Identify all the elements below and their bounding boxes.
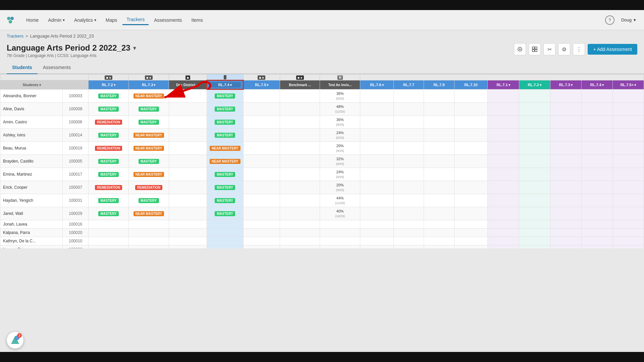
scissors-button[interactable]: ✂ (543, 43, 555, 55)
help-button[interactable]: ? (605, 15, 614, 25)
p-rl74-cell (581, 207, 612, 220)
nav-home[interactable]: Home (22, 15, 43, 25)
nav-items[interactable]: Items (187, 15, 207, 25)
rl73-cell (128, 229, 169, 237)
table-row[interactable]: Jared, Wall 100029 MASTERY NEAR MASTERY … (0, 207, 644, 220)
col-icon-rl74 (207, 74, 243, 80)
student-id-cell: 100029 (63, 207, 89, 220)
rl73-col-header[interactable]: RL.7.3 ▾ (128, 80, 169, 89)
breadcrumb-separator: > (25, 34, 28, 39)
rl76-cell (360, 220, 394, 229)
rl72-col-header[interactable]: RL.7.2 ▾ (89, 80, 129, 89)
student-name-cell: Beau, Murua (0, 142, 63, 155)
p-rl73-cell (550, 229, 581, 237)
share-button[interactable] (514, 43, 526, 55)
p-rl73-cell (550, 89, 581, 103)
table-row[interactable]: Alexandra, Bonner 100003 MASTERY NEAR MA… (0, 89, 644, 103)
table-container[interactable]: ■ ● ■ ● ■ ■ ● (0, 74, 644, 248)
rl77-col-header[interactable]: RL.7.7 (393, 80, 424, 89)
table-row[interactable]: Beau, Murua 100019 REMEDIATION NEAR MAST… (0, 142, 644, 155)
table-row[interactable]: Emina, Martinez 100017 MASTERY NEAR MAST… (0, 168, 644, 181)
rl74-cell: NEAR MASTERY (207, 155, 243, 168)
title-dropdown-icon[interactable]: ▾ (133, 45, 136, 51)
p-rl72-cell (519, 168, 550, 181)
add-assessment-button[interactable]: + Add Assessment (588, 44, 637, 55)
table-row[interactable]: Jonah, Lavea 100016 (0, 220, 644, 229)
bench-col-header[interactable]: Benchmark ... (280, 80, 320, 89)
table-row[interactable]: Ashley, Ivins 100014 MASTERY NEAR MASTER… (0, 129, 644, 142)
testinvis-cell: 24%(6/25) (320, 168, 360, 181)
top-black-bar (0, 0, 644, 10)
student-name-cell: Jonah, Lavea (0, 220, 63, 229)
p-rl74-col-header[interactable]: RL.7.4 ▾ (581, 80, 612, 89)
p-rl73-col-header[interactable]: RL.7.3 ▾ (550, 80, 581, 89)
p-rl71-col-header[interactable]: RL.7.1 ▾ (488, 80, 519, 89)
table-row[interactable]: Erick, Cooper 100007 REMEDIATION REMEDIA… (0, 181, 644, 194)
table-row[interactable]: Haydan, Yengich 100031 MASTERY MASTERY M… (0, 194, 644, 207)
navbar: Home Admin ▾ Analytics ▾ Maps Trackers A… (0, 10, 644, 30)
nav-maps[interactable]: Maps (102, 15, 121, 25)
testinvis-cell: 40%(10/25) (320, 207, 360, 220)
p-rl71-cell (488, 142, 519, 155)
nav-analytics[interactable]: Analytics ▾ (70, 15, 100, 25)
nav-admin[interactable]: Admin ▾ (44, 15, 69, 25)
p-rl72-cell (519, 220, 550, 229)
view-toggle-button[interactable] (529, 43, 541, 55)
p-rl74-cell (581, 155, 612, 168)
p-rl73-cell (550, 155, 581, 168)
rl74-col-header[interactable]: RL.7.4 ▾ (207, 80, 243, 89)
bench-cell (280, 103, 320, 116)
rl75-cell (243, 229, 280, 237)
table-row[interactable]: Kalpana, Parra 100020 (0, 229, 644, 237)
doc-col-header[interactable]: Doc District:... (169, 80, 207, 89)
page-actions: ✂ ⚙ ⋮ + Add Assessment (514, 43, 637, 55)
logo[interactable] (5, 15, 15, 25)
p-rl71-cell (488, 194, 519, 207)
tab-students[interactable]: Students (7, 61, 38, 74)
bench-cell (280, 89, 320, 103)
user-menu[interactable]: Doug ▾ (619, 16, 639, 24)
rl76-col-header[interactable]: RL.7.6 ▾ (360, 80, 394, 89)
testinvis-col-header[interactable]: Test An Invis... (320, 80, 360, 89)
doc-cell (169, 129, 207, 142)
more-options-button[interactable]: ⋮ (573, 43, 585, 55)
nav-trackers[interactable]: Trackers (122, 15, 149, 25)
p-rl75-col-header[interactable]: RL.7.5+ ▾ (612, 80, 644, 89)
svg-point-2 (9, 20, 12, 23)
rl77-cell (393, 129, 424, 142)
p-rl74-cell (581, 89, 612, 103)
rl75-cell (243, 89, 280, 103)
rl77-cell (393, 237, 424, 245)
tab-assessments[interactable]: Assessments (38, 61, 76, 74)
col-icon-doc: ■ (169, 74, 207, 80)
bench-cell (280, 229, 320, 237)
student-id-cell: 100022 (63, 245, 89, 249)
p-rl71-cell (488, 207, 519, 220)
settings-button[interactable]: ⚙ (558, 43, 570, 55)
p-rl72-col-header[interactable]: RL.7.2 ▾ (519, 80, 550, 89)
main-header-row: Students ▾ RL.7.2 ▾ RL.7.3 (0, 80, 644, 89)
p-rl72-cell (519, 103, 550, 116)
breadcrumb-parent[interactable]: Trackers (7, 34, 23, 39)
bench-cell (280, 220, 320, 229)
table-row[interactable]: Lauren, Price 100022 (0, 245, 644, 249)
doc-cell (169, 229, 207, 237)
student-id-cell: 100016 (63, 220, 89, 229)
nav-assessments[interactable]: Assessments (150, 15, 186, 25)
rl710-cell (454, 229, 488, 237)
students-col-header[interactable]: Students ▾ (0, 80, 63, 89)
table-row[interactable]: Arren, Castro 100006 REMEDIATION MASTERY… (0, 116, 644, 129)
rl75-col-header[interactable]: RL.7.5 ▾ (243, 80, 280, 89)
doc-cell (169, 237, 207, 245)
col-icon-bench: ■ ● (280, 74, 320, 80)
table-row[interactable]: Aline, Davis 100009 MASTERY MASTERY MAST… (0, 103, 644, 116)
rl74-cell: MASTERY (207, 129, 243, 142)
rl72-cell: MASTERY (89, 168, 129, 181)
admin-dropdown-icon: ▾ (63, 18, 65, 22)
icon-header-row: ■ ● ■ ● ■ ■ ● (0, 74, 644, 80)
rl710-cell (454, 142, 488, 155)
rl79-col-header[interactable]: RL.7.9 (424, 80, 454, 89)
table-row[interactable]: Kathryn, De la C... 100010 (0, 237, 644, 245)
rl710-col-header[interactable]: RL.7.10 (454, 80, 488, 89)
table-row[interactable]: Brayden, Castillo 100005 MASTERY MASTERY… (0, 155, 644, 168)
